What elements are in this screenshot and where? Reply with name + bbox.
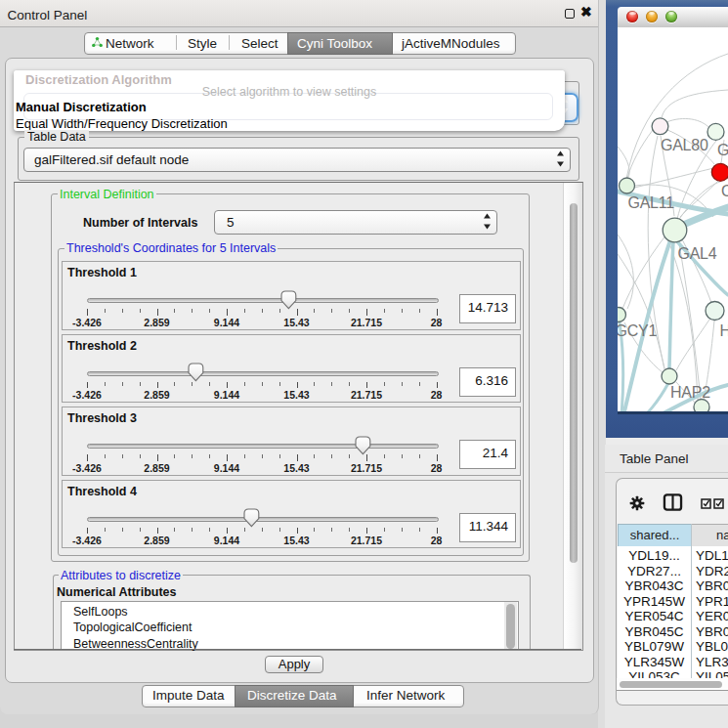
- svg-text:GAL11: GAL11: [628, 194, 675, 211]
- svg-text:GCY1: GCY1: [618, 322, 657, 339]
- svg-text:GA: GA: [717, 142, 728, 158]
- svg-text:H: H: [720, 322, 728, 339]
- svg-text:GAL4: GAL4: [678, 245, 717, 262]
- svg-text:GAL80: GAL80: [661, 137, 708, 153]
- svg-text:CR: CR: [721, 183, 728, 199]
- svg-text:HAP2: HAP2: [670, 384, 710, 401]
